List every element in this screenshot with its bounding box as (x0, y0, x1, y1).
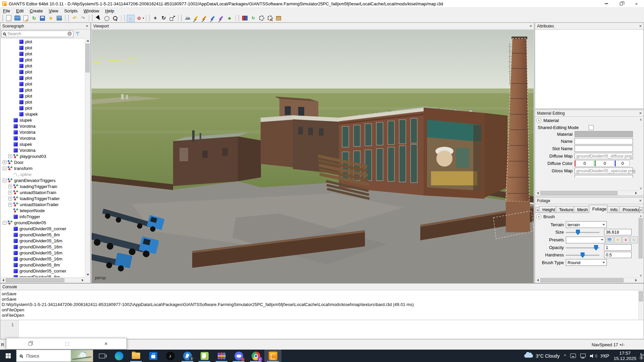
undo-icon[interactable]: ↶ (71, 15, 78, 22)
tree-item-groundDivider05_16m[interactable]: groundDivider05_16m (1, 244, 85, 250)
tree-item-groundDivider05_8m[interactable]: groundDivider05_8m (1, 274, 85, 277)
tree-item-slupek[interactable]: slupek (1, 117, 85, 123)
orbit-camera-icon[interactable]: ◯ (103, 15, 111, 22)
foliage-close-icon[interactable]: × (639, 198, 642, 203)
tree-item-Vorotina[interactable]: Vorotina (1, 135, 85, 141)
hidden-icons-chevron[interactable]: ^ (564, 354, 566, 358)
terrain-select[interactable]: terrain (566, 221, 607, 228)
tree-item-plot[interactable]: plot (1, 81, 85, 87)
hardness-slider[interactable] (566, 252, 599, 258)
menu-window[interactable]: Window (80, 8, 102, 14)
chrome-button[interactable]: z (247, 350, 264, 362)
tabs-scroll-right[interactable]: ▸ (639, 207, 643, 213)
foliage-paint-icon[interactable]: ♣ (226, 15, 233, 22)
action-center-button[interactable]: 9 (641, 353, 641, 359)
collapse-icon[interactable]: − (3, 221, 6, 225)
script-editor[interactable]: 1 (0, 320, 644, 339)
foliage-hscrollbar[interactable] (535, 278, 639, 283)
start-button[interactable] (0, 350, 16, 362)
brush-type-select[interactable]: Round (566, 259, 607, 266)
import-file-icon[interactable] (22, 15, 30, 22)
save-icon[interactable] (39, 15, 46, 22)
tree-item-groundDivider05[interactable]: −groundDivider05 (1, 220, 85, 226)
new-scene-icon[interactable] (5, 15, 13, 22)
zoom-tool-icon[interactable] (111, 15, 119, 22)
presets-select[interactable] (566, 237, 605, 243)
paint-brush-yellow-icon[interactable] (192, 15, 200, 22)
refresh-assets-icon[interactable]: ↻ (250, 15, 257, 22)
select-cursor-icon[interactable] (95, 15, 102, 22)
network-icon[interactable] (580, 354, 586, 357)
asset-browser-icon[interactable] (241, 15, 249, 22)
weather-widget[interactable]: 3°C Cloudy (524, 353, 559, 359)
edge-button[interactable] (110, 350, 127, 362)
export-icon[interactable]: ★ (47, 15, 55, 22)
material-editing-close-icon[interactable]: × (639, 111, 642, 115)
name-field[interactable] (575, 138, 633, 144)
tree-item-unloadStationTrain[interactable]: +unloadStationTrain (1, 189, 85, 195)
viewport-close-icon[interactable]: × (529, 24, 532, 28)
tree-item-groundDivider05_8m[interactable]: groundDivider05_8m (1, 232, 85, 238)
tree-item-grainElevatorTriggers[interactable]: −grainElevatorTriggers (1, 177, 85, 183)
console-vscrollbar[interactable] (638, 291, 643, 319)
tab-info[interactable]: Info (607, 206, 620, 213)
translate-icon[interactable]: + (152, 15, 159, 22)
menu-help[interactable]: Help (102, 8, 117, 14)
gloss-map-field[interactable]: groundDivider05_specular.png (575, 168, 633, 174)
tree-item-unloadStationTrailer[interactable]: +unloadStationTrailer (1, 201, 85, 207)
tree-item-groundDivider05_8m[interactable]: groundDivider05_8m (1, 262, 85, 268)
diffuse-color-r-field[interactable]: 0 (575, 160, 594, 167)
tree-item-plot[interactable]: plot (1, 87, 85, 93)
redo-icon[interactable]: ↷ (79, 15, 87, 22)
tree-item-groundDivider05_16m[interactable]: groundDivider05_16m (1, 256, 85, 262)
menu-view[interactable]: View (46, 8, 61, 14)
tree-item-groundDivider05_corner[interactable]: groundDivider05_corner (1, 268, 85, 274)
reload-icon[interactable]: ↻ (30, 15, 38, 22)
expand-icon[interactable]: + (8, 155, 12, 158)
opacity-slider[interactable] (566, 245, 599, 251)
tree-item-plot[interactable]: plot (1, 105, 85, 111)
collapse-chevron-icon[interactable]: ∧ (536, 118, 541, 123)
collapse-chevron-icon[interactable]: ∧ (536, 214, 541, 219)
tree-item-groundDivider05_16m[interactable]: groundDivider05_16m (1, 238, 85, 244)
tree-item-plot[interactable]: plot (1, 57, 85, 63)
diffuse-color-b-field[interactable]: 0 (615, 160, 630, 167)
viewport-canvas[interactable]: persp (92, 30, 534, 283)
mini-close-icon[interactable]: × (103, 341, 109, 347)
paint-brush-blue-icon[interactable] (209, 15, 217, 22)
diffuse-color-g-field[interactable]: 0 (595, 160, 614, 167)
size-field[interactable]: 36.618 (604, 229, 632, 235)
collapse-icon[interactable]: − (3, 167, 6, 170)
tree-item-plot[interactable]: plot (1, 69, 85, 75)
tiktok-button[interactable]: ♪ (162, 350, 179, 362)
collapse-icon[interactable]: − (3, 179, 6, 182)
slot-name-field[interactable] (575, 145, 633, 152)
microsoft-store-button[interactable] (145, 350, 162, 362)
material-swatch[interactable] (575, 131, 633, 137)
rotate-icon[interactable]: ↻ (160, 15, 168, 22)
minimize-button[interactable] (599, 0, 614, 7)
tree-item-plot[interactable]: plot (1, 93, 85, 99)
preset-new-button[interactable] (614, 236, 622, 243)
tab-procedu[interactable]: Procedu (619, 206, 639, 213)
tree-item-Vorotina[interactable]: Vorotina (1, 147, 85, 153)
tab-foliage[interactable]: Foliage (589, 205, 607, 213)
search-input[interactable]: Search × (1, 31, 73, 37)
diffuse-map-field[interactable]: groundDivider05_diffuse.png (575, 153, 633, 159)
search-highlight-image[interactable] (71, 350, 93, 362)
expand-icon[interactable]: + (8, 191, 12, 194)
file-explorer-button[interactable] (127, 350, 145, 362)
giants-editor-button[interactable] (264, 350, 281, 362)
expand-icon[interactable]: + (8, 203, 12, 206)
terrain-mode-icon[interactable]: ⌂ (127, 15, 135, 22)
attributes-close-icon[interactable]: × (639, 24, 642, 28)
package-icon[interactable] (275, 15, 282, 22)
tab-texture[interactable]: Texture (556, 206, 574, 213)
hardness-field[interactable]: 0.5 (604, 252, 632, 258)
filter-icon[interactable] (75, 31, 80, 37)
tree-item-spline[interactable]: ◠◡spline (1, 171, 85, 177)
tree-item-loadingTriggerTrain[interactable]: +loadingTriggerTrain (1, 183, 85, 189)
scale-icon[interactable]: ↗ (168, 15, 176, 22)
terrain-sculpt-icon[interactable] (184, 15, 192, 22)
menu-create[interactable]: Create (26, 8, 46, 14)
